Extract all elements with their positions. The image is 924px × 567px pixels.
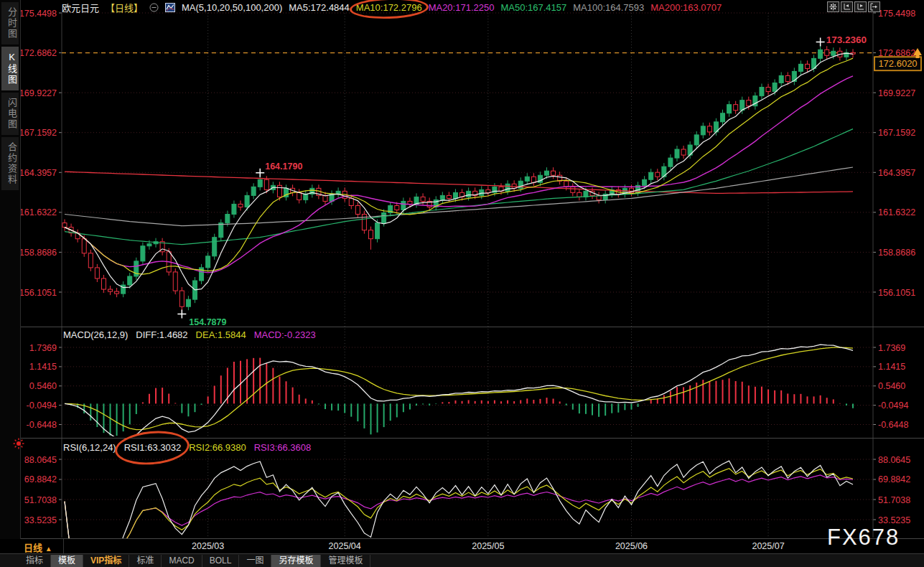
axis-label: 161.6322 bbox=[878, 207, 915, 217]
macd-dea-value: DEA:1.5844 bbox=[196, 329, 246, 340]
date-label: 2025/05 bbox=[472, 541, 504, 551]
scale-right-icon[interactable] bbox=[854, 1, 867, 12]
watermark: FX678 bbox=[827, 525, 900, 550]
chart-tools bbox=[827, 1, 880, 12]
ma10-text: MA10:172.2796 bbox=[356, 2, 422, 13]
axis-label: 0.5460 bbox=[878, 381, 905, 391]
axis-label: 175.4498 bbox=[878, 9, 915, 19]
axis-label: 1.7369 bbox=[29, 343, 57, 353]
chevron-up-icon: ▲ bbox=[45, 545, 52, 553]
chart-info-bar: 欧元日元 【日线】 MA(5,10,20,50,100,200) MA5:172… bbox=[62, 1, 722, 14]
toolbar-button-8[interactable]: 另存模板 bbox=[271, 555, 321, 567]
axis-label: 156.1051 bbox=[878, 288, 915, 298]
minus-circle-icon[interactable] bbox=[149, 3, 159, 12]
date-label: 2025/07 bbox=[752, 541, 784, 551]
high-price-label: 173.2360 bbox=[826, 34, 867, 45]
toolbar-button-9[interactable]: 管理模板 bbox=[321, 555, 370, 567]
ma20-value: MA20:171.2250 bbox=[429, 2, 495, 13]
scale-left-icon[interactable] bbox=[841, 1, 853, 12]
ma5-value: MA5:172.4844 bbox=[289, 2, 350, 13]
ma10-value: MA10:172.2796 bbox=[356, 2, 422, 13]
axis-label: 175.4498 bbox=[19, 9, 57, 19]
period-selector-label: 日线 bbox=[24, 543, 42, 553]
toolbar-button-4[interactable]: 标准 bbox=[129, 555, 162, 567]
axis-label: -0.6448 bbox=[27, 420, 57, 430]
rsi-header: RSI(6,12,24) RSI1:63.3032 RSI2:66.9380 R… bbox=[63, 442, 311, 453]
ma100-value: MA100:164.7593 bbox=[573, 2, 644, 13]
axis-label: 1.1415 bbox=[29, 362, 57, 372]
axis-label: 167.1592 bbox=[878, 128, 915, 138]
sidebar-tab-2[interactable]: K线图 bbox=[1, 47, 19, 90]
sidebar-tab-1[interactable]: 分时图 bbox=[1, 2, 19, 44]
ma-settings-label: MA(5,10,20,50,100,200) bbox=[182, 2, 282, 13]
symbol-name: 欧元日元 bbox=[62, 1, 99, 14]
axis-label: 33.5235 bbox=[24, 515, 57, 525]
ma200-value: MA200:163.0707 bbox=[650, 2, 722, 13]
exit-chart-icon[interactable] bbox=[868, 1, 880, 12]
axis-label: 0.5460 bbox=[29, 381, 57, 391]
chart-type-sidebar: 分时图K线图闪电图合约资料 bbox=[0, 0, 21, 539]
period-selector-button[interactable]: 日线 ▲ bbox=[24, 540, 52, 554]
axis-label: 51.7038 bbox=[878, 495, 910, 505]
last-price-value: 172.6020 bbox=[878, 58, 917, 69]
axis-label: 167.1592 bbox=[19, 128, 57, 138]
axis-label: 164.3957 bbox=[878, 168, 915, 178]
axis-label: 156.1051 bbox=[19, 288, 57, 298]
divider bbox=[63, 539, 64, 553]
pan-icon[interactable] bbox=[827, 1, 839, 12]
date-label: 2025/04 bbox=[329, 541, 361, 551]
toolbar-button-2[interactable]: 模板 bbox=[51, 555, 83, 567]
axis-label: 88.0645 bbox=[878, 455, 910, 465]
macd-hist-value: MACD:-0.2323 bbox=[254, 329, 316, 340]
macd-diff-value: DIFF:1.4682 bbox=[136, 329, 187, 340]
axis-label: 169.9227 bbox=[19, 88, 57, 98]
rsi1-text: RSI1:63.3032 bbox=[124, 442, 182, 453]
axis-label: 69.8842 bbox=[878, 474, 910, 484]
axis-label: 169.9227 bbox=[878, 88, 915, 98]
axis-label: 1.7369 bbox=[878, 343, 905, 353]
axis-label: 69.8842 bbox=[24, 474, 57, 484]
axis-label: 161.6322 bbox=[19, 207, 57, 217]
axis-label: 158.8686 bbox=[878, 248, 915, 258]
swing-high-label: 164.1790 bbox=[265, 161, 302, 172]
sidebar-tab-4[interactable]: 合约资料 bbox=[1, 137, 19, 190]
axis-label: -0.0494 bbox=[878, 400, 908, 411]
macd-header: MACD(26,12,9) DIFF:1.4682 DEA:1.5844 MAC… bbox=[63, 329, 316, 340]
date-label: 2025/03 bbox=[192, 541, 224, 551]
rsi3-value: RSI3:66.3608 bbox=[254, 442, 312, 453]
period-label: 【日线】 bbox=[106, 1, 143, 14]
axis-label: 88.0645 bbox=[24, 455, 57, 465]
chart-canvas[interactable]: 175.4498175.4498172.6862172.6862169.9227… bbox=[0, 0, 924, 567]
axis-label: 51.7038 bbox=[24, 495, 57, 505]
axis-label: 164.3957 bbox=[19, 168, 57, 178]
rsi2-value: RSI2:66.9380 bbox=[189, 442, 246, 453]
low-price-label: 154.7879 bbox=[189, 317, 226, 327]
swing-marker-cross bbox=[177, 309, 186, 318]
toolbar-button-3[interactable]: VIP指标 bbox=[83, 555, 129, 567]
toolbar-button-1[interactable]: 指标 bbox=[19, 555, 51, 567]
toolbar-button-5[interactable]: MACD bbox=[162, 555, 202, 567]
ma50-value: MA50:167.4157 bbox=[500, 2, 566, 13]
charting-app: 175.4498175.4498172.6862172.6862169.9227… bbox=[0, 0, 924, 567]
indicator-alert-icon[interactable] bbox=[13, 438, 24, 452]
axis-label: 1.1415 bbox=[878, 362, 905, 372]
sidebar-tab-3[interactable]: 闪电图 bbox=[1, 93, 19, 135]
toolbar-button-7[interactable]: 一图 bbox=[239, 555, 271, 567]
axis-label: 172.6862 bbox=[19, 48, 57, 58]
rsi1-value: RSI1:63.3032 bbox=[124, 442, 182, 453]
axis-label: -0.0494 bbox=[27, 400, 57, 411]
swing-marker-cross bbox=[256, 169, 264, 177]
swing-marker-cross bbox=[816, 38, 825, 47]
axis-label: 158.8686 bbox=[19, 248, 57, 258]
macd-title: MACD(26,12,9) bbox=[63, 329, 128, 340]
date-axis: 日线 ▲ 2025/032025/042025/052025/062025/07 bbox=[0, 539, 924, 553]
line-chart-icon[interactable] bbox=[165, 3, 175, 12]
bottom-toolbar: 指标模板VIP指标标准MACDBOLL一图另存模板管理模板 bbox=[0, 553, 924, 567]
axis-label: 33.5235 bbox=[878, 515, 910, 525]
rsi-title: RSI(6,12,24) bbox=[63, 442, 116, 453]
date-label: 2025/06 bbox=[615, 541, 648, 551]
axis-label: -0.6448 bbox=[878, 420, 908, 430]
toolbar-button-6[interactable]: BOLL bbox=[202, 555, 240, 567]
